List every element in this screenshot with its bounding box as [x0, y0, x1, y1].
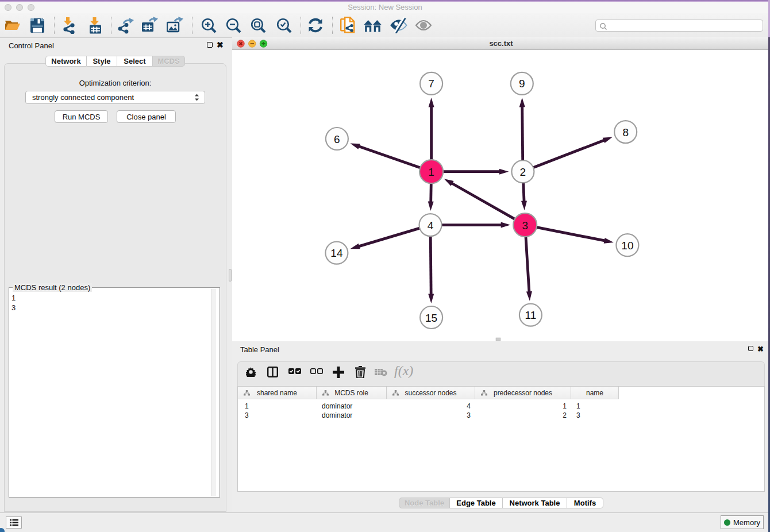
svg-text:4: 4	[428, 219, 434, 232]
svg-text:10: 10	[621, 240, 633, 252]
svg-text:3: 3	[522, 219, 528, 232]
svg-text:11: 11	[525, 309, 537, 321]
svg-text:8: 8	[622, 126, 629, 138]
svg-text:15: 15	[425, 312, 437, 324]
svg-text:9: 9	[519, 78, 525, 90]
svg-text:1: 1	[428, 166, 434, 178]
svg-text:14: 14	[330, 247, 343, 259]
svg-text:6: 6	[334, 133, 340, 145]
svg-text:7: 7	[428, 78, 434, 90]
svg-text:2: 2	[520, 166, 526, 178]
